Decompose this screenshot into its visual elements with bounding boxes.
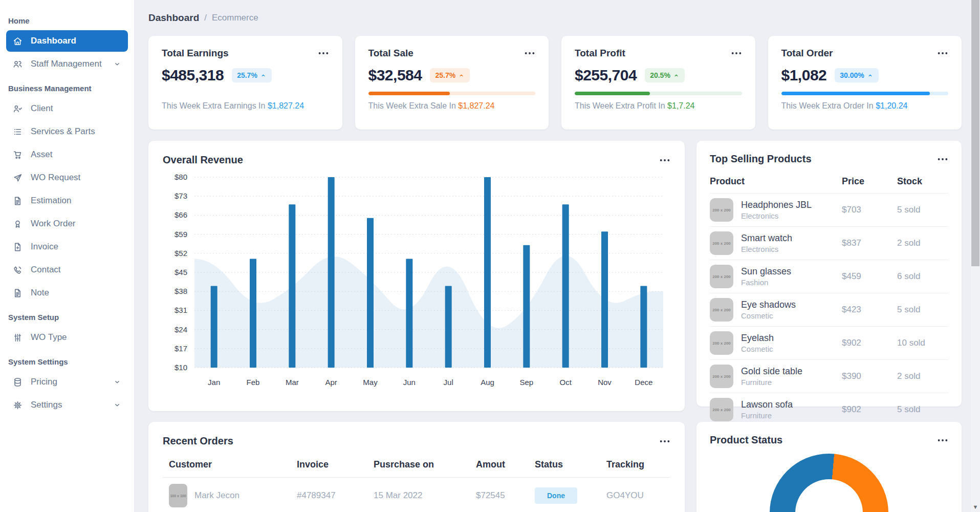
sidebar-item-wo-request[interactable]: WO Request (6, 167, 128, 188)
trend-badge: 30.00% (835, 68, 878, 82)
list-icon (12, 126, 23, 137)
chevron-down-icon (113, 377, 122, 387)
sidebar-item-settings[interactable]: Settings (6, 394, 128, 416)
chevron-up-icon (867, 72, 874, 79)
thumbnail-placeholder-text: 200 x 200 (712, 308, 731, 312)
more-options-icon[interactable] (937, 438, 948, 442)
product-thumbnail: 200 x 200 (710, 198, 733, 222)
sidebar-item-contact[interactable]: Contact (6, 259, 128, 281)
product-category: Furniture (741, 378, 802, 387)
sidebar-item-label: Pricing (31, 377, 57, 387)
product-stock: 2 sold (897, 371, 948, 381)
svg-text:Feb: Feb (247, 378, 260, 387)
more-options-icon[interactable] (524, 51, 535, 55)
scrollbar-thumb[interactable] (971, 0, 979, 266)
card-title: Total Earnings (162, 48, 229, 59)
more-options-icon[interactable] (731, 51, 742, 55)
sidebar-item-label: Dashboard (31, 36, 76, 46)
panel-title: Overall Revenue (163, 154, 243, 166)
product-row[interactable]: 200 x 200 Headphones JBLElectronics $703… (710, 193, 948, 226)
sidebar-item-asset[interactable]: Asset (6, 144, 128, 165)
breadcrumb-ecommerce: Ecommerce (212, 13, 258, 23)
product-name: Headphones JBL (741, 200, 812, 210)
product-price: $837 (842, 238, 897, 248)
progress-bar (368, 92, 536, 95)
sidebar-item-label: Client (31, 103, 53, 114)
sidebar-item-pricing[interactable]: Pricing (6, 371, 128, 393)
sidebar-item-staff-management[interactable]: Staff Management (6, 53, 128, 75)
svg-text:$31: $31 (175, 306, 187, 314)
stat-cards-row: Total Earnings $485,318 25.7% This Week … (148, 36, 962, 130)
product-row[interactable]: 200 x 200 Gold side tableFurniture $390 … (710, 359, 948, 393)
sidebar-item-client[interactable]: Client (6, 98, 128, 119)
svg-text:Nov: Nov (598, 378, 612, 387)
sidebar-item-label: Staff Management (31, 59, 102, 69)
thumbnail-placeholder-text: 200 x 200 (712, 341, 731, 346)
product-row[interactable]: 200 x 200 Smart watchElectronics $837 2 … (710, 226, 948, 260)
order-tracking: GO4YOU (606, 490, 670, 501)
svg-text:May: May (363, 378, 378, 387)
panel-title: Top Selling Products (710, 153, 812, 165)
home-icon (12, 36, 23, 47)
donut-hole (795, 479, 863, 512)
product-price: $390 (842, 371, 897, 381)
product-status-donut-chart[interactable] (770, 454, 888, 512)
people-icon (12, 59, 23, 70)
revenue-bar-chart[interactable]: $10$17$24$31$38$45$52$59$66$73$80JanFebM… (163, 169, 670, 394)
more-options-icon[interactable] (659, 158, 670, 162)
product-stock: 5 sold (897, 404, 948, 415)
product-row[interactable]: 200 x 200 Sun glassesFashion $459 6 sold (710, 260, 948, 293)
total-sale-card: Total Sale $32,584 25.7% This Week Extra… (355, 36, 549, 130)
gear-icon (12, 400, 23, 411)
svg-text:Aug: Aug (481, 378, 494, 387)
product-name: Eye shadows (741, 300, 796, 310)
breadcrumb-separator: / (204, 13, 207, 23)
sidebar-item-dashboard[interactable]: Dashboard (6, 30, 128, 52)
chevron-up-icon (458, 72, 465, 79)
person-check-icon (12, 103, 23, 114)
product-row[interactable]: 200 x 200 EyelashCosmetic $902 10 sold (710, 326, 948, 359)
scroll-down-arrow-icon[interactable]: ▼ (971, 503, 980, 511)
card-title: Total Sale (368, 48, 413, 59)
order-status-badge: Done (535, 487, 577, 504)
product-price: $423 (842, 305, 897, 315)
stat-note: This Week Extra Sale In $1,827.24 (368, 101, 536, 111)
svg-text:Jun: Jun (403, 378, 416, 387)
vertical-scrollbar[interactable]: ▼ (971, 0, 980, 512)
chevron-down-icon (113, 59, 122, 69)
chevron-down-icon (113, 400, 122, 410)
customer-avatar: 100 x 100 (169, 484, 187, 507)
order-invoice: #4789347 (297, 490, 374, 501)
sidebar-item-label: Note (31, 288, 49, 298)
product-category: Fashion (741, 278, 791, 287)
sidebar-item-estimation[interactable]: Estimation (6, 190, 128, 211)
more-options-icon[interactable] (937, 157, 948, 161)
breadcrumb-dashboard[interactable]: Dashboard (148, 12, 199, 24)
stat-value: $255,704 (575, 67, 637, 84)
sidebar-item-label: Asset (31, 150, 53, 160)
sidebar-item-note[interactable]: WO Type Note (6, 282, 128, 304)
product-price: $902 (842, 338, 897, 348)
product-row[interactable]: 200 x 200 Eye shadowsCosmetic $423 5 sol… (710, 293, 948, 326)
sidebar-item-wo-type[interactable]: WO Type (6, 327, 128, 348)
sidebar-item-invoice[interactable]: Invoice (6, 236, 128, 258)
award-icon (12, 219, 23, 229)
product-row[interactable]: 200 x 200 Lawson sofaFurniture $902 5 so… (710, 393, 948, 426)
sidebar-item-work-order[interactable]: Work Order (6, 213, 128, 234)
sliders-icon (12, 332, 23, 343)
product-category: Cosmetic (741, 345, 774, 353)
product-thumbnail: 200 x 200 (710, 265, 733, 288)
top-selling-products-card: Top Selling Products ProductPriceStock 2… (696, 141, 962, 407)
order-row[interactable]: 100 x 100 Mark Jecon #4789347 15 Mar 202… (163, 478, 670, 512)
svg-text:$59: $59 (175, 230, 187, 239)
sidebar-item-services-parts[interactable]: Services & Parts (6, 121, 128, 142)
svg-text:Oct: Oct (559, 378, 572, 387)
more-options-icon[interactable] (318, 51, 329, 55)
order-amount: $72545 (476, 490, 535, 501)
stat-note: This Week Extra Order In $1,20.24 (781, 101, 949, 111)
more-options-icon[interactable] (937, 51, 948, 55)
product-thumbnail: 200 x 200 (710, 331, 733, 355)
svg-text:Jan: Jan (208, 378, 220, 387)
more-options-icon[interactable] (659, 439, 670, 443)
svg-text:$24: $24 (175, 325, 187, 334)
